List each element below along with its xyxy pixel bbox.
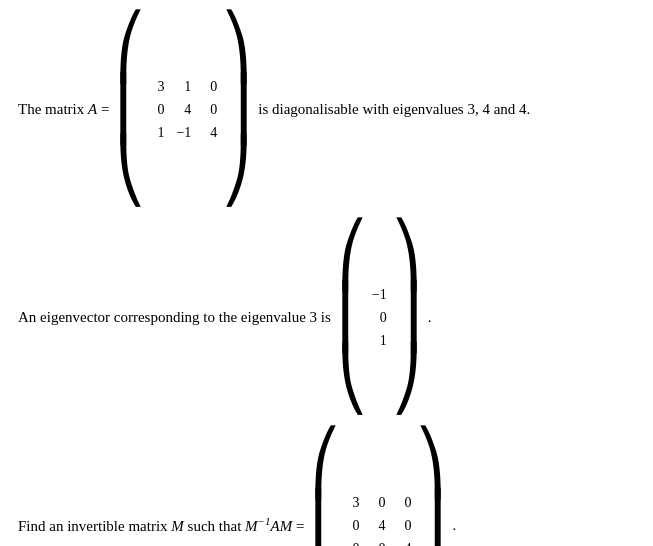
matrix-a-var: A xyxy=(88,101,97,117)
eigenvec-row: An eigenvector corresponding to the eige… xyxy=(18,224,635,410)
intro-text-after: is diagonalisable with eigenvalues 3, 4 … xyxy=(258,101,530,118)
ev-cell-2: 1 xyxy=(372,330,387,351)
findm-text-before: Find an invertible matrix M such that M−… xyxy=(18,515,304,535)
matrix-d-grid: 3 0 0 0 4 0 0 0 4 xyxy=(341,492,415,547)
eigenvec-grid: −1 0 1 xyxy=(368,284,391,351)
findm-dot: . xyxy=(452,517,456,534)
bracket-right-d: ⎞⎟⎠ xyxy=(415,432,446,546)
intro-text-before: The matrix A = xyxy=(18,101,109,118)
bracket-right-ev: ⎞⎟⎠ xyxy=(391,224,422,410)
bracket-left-ev: ⎛⎜⎝ xyxy=(337,224,368,410)
cell-d-01: 0 xyxy=(371,492,385,513)
cell-a-01: 1 xyxy=(176,76,191,97)
cell-a-00: 3 xyxy=(150,76,164,97)
cell-d-11: 4 xyxy=(371,515,385,536)
findm-row: Find an invertible matrix M such that M−… xyxy=(18,432,635,546)
matrix-d-wrap: ⎛⎜⎝ 3 0 0 0 4 0 0 0 4 ⎞⎟⎠ xyxy=(310,432,446,546)
content-area: The matrix A = ⎛⎜⎝ 3 1 0 0 4 0 1 −1 4 ⎞⎟… xyxy=(18,16,635,546)
matrix-a-grid: 3 1 0 0 4 0 1 −1 4 xyxy=(146,76,221,143)
cell-a-21: −1 xyxy=(176,122,191,143)
bracket-left-a: ⎛⎜⎝ xyxy=(115,16,146,202)
cell-d-02: 0 xyxy=(397,492,411,513)
cell-d-22: 4 xyxy=(397,538,411,547)
cell-d-12: 0 xyxy=(397,515,411,536)
matrix-a-wrap: ⎛⎜⎝ 3 1 0 0 4 0 1 −1 4 ⎞⎟⎠ xyxy=(115,16,252,202)
cell-a-20: 1 xyxy=(150,122,164,143)
cell-d-00: 3 xyxy=(345,492,359,513)
cell-d-10: 0 xyxy=(345,515,359,536)
cell-a-10: 0 xyxy=(150,99,164,120)
eigenvec-text: An eigenvector corresponding to the eige… xyxy=(18,309,331,326)
bracket-left-d: ⎛⎜⎝ xyxy=(310,432,341,546)
cell-a-11: 4 xyxy=(176,99,191,120)
cell-a-22: 4 xyxy=(203,122,217,143)
matrix-intro-row: The matrix A = ⎛⎜⎝ 3 1 0 0 4 0 1 −1 4 ⎞⎟… xyxy=(18,16,635,202)
cell-a-02: 0 xyxy=(203,76,217,97)
ev-cell-0: −1 xyxy=(372,284,387,305)
cell-d-20: 0 xyxy=(345,538,359,547)
findm-minv: M−1AM xyxy=(245,518,292,534)
eigenvec-dot: . xyxy=(428,309,432,326)
cell-a-12: 0 xyxy=(203,99,217,120)
bracket-right-a: ⎞⎟⎠ xyxy=(221,16,252,202)
findm-m-var: M xyxy=(171,518,184,534)
cell-d-21: 0 xyxy=(371,538,385,547)
ev-cell-1: 0 xyxy=(372,307,387,328)
eigenvec-wrap: ⎛⎜⎝ −1 0 1 ⎞⎟⎠ xyxy=(337,224,422,410)
